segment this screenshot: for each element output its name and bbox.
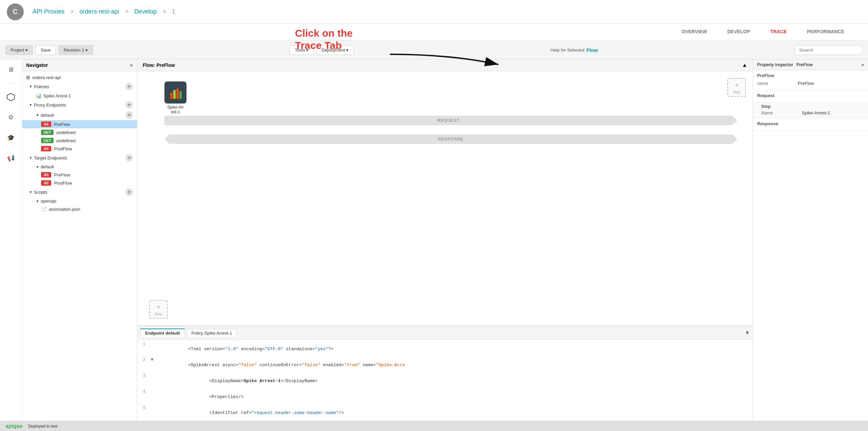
breadcrumb-api-proxies[interactable]: API Proxies	[33, 8, 64, 15]
toolbar: Project ▾ Save Revision 1 ▾ Tools ▾ Depl…	[0, 41, 868, 59]
code-text-5: <Identifier ref="request.header.some-hea…	[156, 405, 344, 420]
education-icon[interactable]: 🎓	[4, 131, 18, 145]
step-name-label: Name	[761, 110, 802, 115]
response-section-title: Response	[757, 121, 864, 126]
tree-item-postflow[interactable]: All PostFlow	[22, 145, 137, 153]
project-button[interactable]: Project ▾	[5, 45, 33, 55]
tree-subsection-openapi[interactable]: ▼ openapi	[22, 197, 137, 205]
code-panel: Endpoint default Policy Spike Arrest-1 ▼…	[137, 326, 753, 421]
add-proxy-endpoint-button[interactable]: +	[125, 101, 133, 109]
target-preflow-label: PreFlow	[54, 172, 70, 177]
step-name-value: Spike-Arrest-1	[802, 110, 830, 115]
step-button-top[interactable]: + Step	[727, 78, 746, 97]
tree-subsection-target-default[interactable]: ▼ default	[22, 163, 137, 171]
undefined-label-1: undefined	[56, 130, 76, 135]
tree-section-scripts[interactable]: ▼ Scripts +	[22, 187, 137, 197]
tools-button[interactable]: Tools ▾	[290, 45, 314, 55]
add-script-button[interactable]: +	[125, 188, 133, 196]
response-flow-row: RESPONSE	[137, 127, 753, 151]
monitor-icon[interactable]: 🖥	[4, 63, 18, 76]
policy-icon	[164, 81, 186, 104]
tab-trace[interactable]: TRACE	[760, 23, 797, 40]
tree-item-association-json[interactable]: 📄 association.json	[22, 205, 137, 213]
step-button-bottom[interactable]: + Step	[149, 300, 168, 319]
prop-row-step-name: Name Spike-Arrest-1	[761, 109, 864, 117]
center-panel: Flow: PreFlow ▲ Spike Arrest-1	[137, 59, 753, 421]
proxy-endpoints-label: Proxy Endpoints	[34, 102, 66, 108]
nav-tree: ⊞ orders-rest-api ▼ Policies + 📊 Spike A…	[22, 71, 137, 421]
all-badge: All	[41, 121, 51, 127]
code-line-2: 2 ▼ <SpikeArrest async="false" continueO…	[137, 357, 753, 373]
expand-icon: ▼	[36, 113, 39, 117]
svg-marker-1	[7, 93, 15, 101]
api-proxy-icon[interactable]	[4, 90, 18, 104]
app-logo: C	[7, 3, 24, 20]
add-policy-button[interactable]: +	[125, 83, 133, 90]
tab-overview[interactable]: OVERVIEW	[671, 23, 717, 40]
code-line-3: 3 <DisplayName>Spike Arrest-1</DisplayNa…	[137, 373, 753, 389]
postflow-label: PostFlow	[54, 146, 72, 151]
search-input[interactable]	[795, 45, 863, 55]
status-bar: apigee Deployed to test	[0, 421, 868, 431]
request-arrow: REQUEST	[164, 116, 732, 125]
breadcrumb-sep2: >	[125, 8, 131, 15]
code-panel-expand[interactable]: ▼	[745, 330, 750, 336]
tree-subsection-default[interactable]: ▼ default +	[22, 110, 137, 120]
bar-chart-icon: 📊	[36, 93, 41, 98]
revision-button[interactable]: Revision 1 ▾	[59, 45, 93, 55]
breadcrumb-develop[interactable]: Develop	[134, 8, 157, 15]
code-text-3: <DisplayName>Spike Arrest-1</DisplayName…	[156, 373, 318, 389]
tree-item-target-postflow[interactable]: All PostFlow	[22, 179, 137, 187]
undefined-label-2: undefined	[56, 138, 76, 143]
settings-icon[interactable]: ⚙	[4, 111, 18, 124]
tree-item-spike-arrest[interactable]: 📊 Spike Arrest-1	[22, 92, 137, 100]
target-postflow-label: PostFlow	[54, 181, 72, 186]
flow-header: Flow: PreFlow ▲	[137, 59, 753, 71]
grid-icon: ⊞	[26, 75, 30, 80]
all-badge: All	[41, 172, 51, 177]
preflow-label: PreFlow	[54, 122, 70, 127]
tree-section-target-endpoints[interactable]: ▼ Target Endpoints +	[22, 153, 137, 163]
add-default-button[interactable]: +	[125, 111, 133, 119]
navigator-title: Navigator	[26, 62, 48, 68]
tab-performance[interactable]: PERFORMANCE	[797, 23, 854, 40]
tree-section-policies[interactable]: ▼ Policies +	[22, 81, 137, 92]
prop-name-value: PreFlow	[798, 81, 814, 86]
tree-item-target-preflow[interactable]: All PreFlow	[22, 171, 137, 179]
breadcrumb-sep1: >	[70, 8, 76, 15]
code-line-5: 5 <Identifier ref="request.header.some-h…	[137, 405, 753, 421]
request-section: Request	[753, 90, 868, 102]
target-default-label: default	[41, 164, 54, 169]
tree-item-preflow[interactable]: All PreFlow	[22, 120, 137, 128]
help-section: Help for Selected Flow	[551, 47, 598, 53]
spike-arrest-label: Spike Arrest-1	[43, 93, 71, 98]
tree-section-proxy-endpoints[interactable]: ▼ Proxy Endpoints +	[22, 100, 137, 110]
tree-item-root[interactable]: ⊞ orders-rest-api	[22, 73, 137, 81]
step-label: Step	[761, 104, 864, 109]
breadcrumb-proxy-name[interactable]: orders-rest-api	[80, 8, 119, 15]
target-endpoints-label: Target Endpoints	[34, 155, 67, 161]
tree-item-get-undefined-2[interactable]: GET undefined	[22, 136, 137, 145]
add-target-endpoint-button[interactable]: +	[125, 154, 133, 162]
save-button[interactable]: Save	[36, 45, 56, 55]
svg-rect-4	[176, 89, 179, 99]
navigator-panel: Navigator « ⊞ orders-rest-api ▼ Policies…	[22, 59, 137, 421]
announce-icon[interactable]: 📢	[4, 151, 18, 165]
policies-label: Policies	[34, 84, 49, 89]
breadcrumb-number: 1	[172, 8, 175, 15]
property-inspector-header: Property Inspector PreFlow »	[753, 59, 868, 70]
property-panel-expand[interactable]: »	[862, 62, 864, 67]
flow-link[interactable]: Flow	[586, 47, 598, 53]
tab-develop[interactable]: DEVELOP	[717, 23, 760, 40]
property-inspector-panel: Property Inspector PreFlow » PreFlow nam…	[753, 59, 868, 421]
expand-icon: ▼	[29, 190, 33, 194]
tree-item-get-undefined-1[interactable]: GET undefined	[22, 128, 137, 136]
main-layout: 🖥 ⚙ 🎓 📢 Navigator « ⊞ orders-rest-api ▼ …	[0, 59, 868, 421]
navigator-collapse-button[interactable]: «	[130, 62, 133, 68]
tab-endpoint-default[interactable]: Endpoint default	[140, 329, 185, 337]
deployment-button[interactable]: Deployment ▾	[316, 45, 354, 55]
openapi-label: openapi	[41, 199, 56, 204]
tab-policy-spike-arrest[interactable]: Policy Spike Arrest-1	[186, 329, 237, 337]
nav-tabs: OVERVIEW DEVELOP TRACE PERFORMANCE	[0, 24, 868, 41]
flow-collapse-button[interactable]: ▲	[742, 62, 747, 68]
